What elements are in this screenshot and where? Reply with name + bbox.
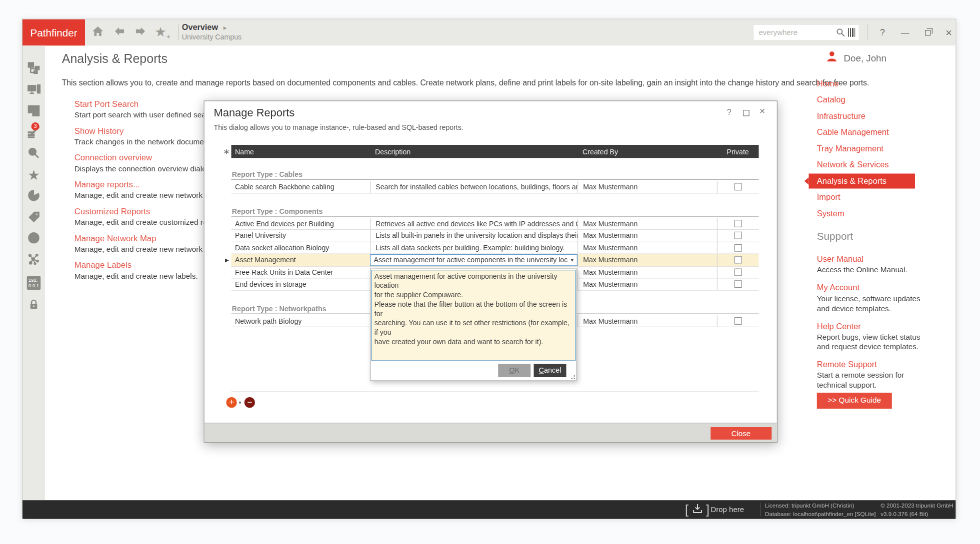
editor-cancel-button[interactable]: Cancel — [534, 364, 566, 377]
quick-link-label[interactable]: Connection overview — [74, 153, 226, 162]
help-button[interactable]: ? — [872, 19, 892, 46]
quick-link-label[interactable]: Start Port Search — [74, 99, 226, 109]
statistics-button[interactable] — [22, 187, 45, 206]
history-button[interactable] — [22, 230, 45, 249]
description-editor-textarea[interactable]: Asset management for active components i… — [372, 270, 576, 361]
add-favorite-button[interactable]: ★+ — [150, 19, 175, 46]
nav-item[interactable]: Tray Management — [809, 140, 916, 157]
restore-button[interactable] — [918, 19, 938, 46]
quick-link-label[interactable]: Manage Network Map — [74, 234, 226, 243]
report-created-by: Max Mustermann — [578, 218, 717, 229]
drop-download-icon — [688, 504, 706, 516]
barcode-scan-icon[interactable] — [848, 28, 856, 37]
quick-link-label[interactable]: Manage Labels — [74, 260, 226, 270]
minimize-button[interactable]: — — [895, 19, 915, 46]
main-nav: HomeCatalogInfrastructureCable Managemen… — [809, 75, 916, 222]
report-private-cell — [717, 315, 759, 327]
table-bottom-border — [232, 392, 759, 392]
forward-button[interactable] — [130, 19, 151, 46]
quick-guide-button[interactable]: >> Quick Guide — [817, 393, 892, 408]
labels-button[interactable] — [22, 209, 45, 228]
dialog-help-button[interactable]: ? — [727, 107, 732, 117]
column-private[interactable]: Private — [717, 148, 759, 155]
description-editor-combo[interactable]: Asset management for active components i… — [370, 254, 578, 266]
private-checkbox[interactable] — [734, 244, 742, 251]
report-row[interactable]: Active End devices per BuildingRetrieves… — [232, 218, 759, 230]
floorplan-button[interactable] — [22, 102, 45, 121]
quick-link-label[interactable]: Customized Reports — [74, 207, 226, 216]
column-created-by[interactable]: Created By — [578, 148, 717, 155]
remove-report-button[interactable]: − — [244, 397, 255, 408]
report-row[interactable]: Data socket allocation BiologyLists all … — [232, 242, 759, 254]
add-report-button[interactable]: + — [226, 397, 237, 408]
report-row[interactable]: Panel UniversityLists all built-in panel… — [232, 230, 759, 242]
nav-item[interactable]: Import — [809, 189, 916, 206]
resize-grip-icon[interactable] — [570, 374, 575, 379]
nav-item[interactable]: Catalog — [809, 92, 916, 108]
report-private-cell — [717, 254, 759, 266]
editor-ok-button[interactable]: OK — [498, 364, 530, 377]
support-link-label[interactable]: User Manual — [817, 254, 930, 264]
breadcrumb-primary: Overview — [182, 22, 218, 32]
private-checkbox[interactable] — [734, 220, 742, 227]
dialog-subtitle: This dialog allows you to manage instanc… — [214, 124, 464, 131]
quick-link-label[interactable]: Show History — [74, 126, 226, 136]
rail-search-button[interactable] — [22, 145, 45, 164]
column-description[interactable]: Description — [370, 148, 578, 155]
private-checkbox[interactable] — [734, 256, 742, 264]
dialog-close-icon-button[interactable]: × — [760, 105, 766, 117]
nav-item[interactable]: Home — [809, 75, 916, 92]
quick-link-desc: Manage, edit and create customized rep — [74, 218, 226, 227]
search-icon[interactable] — [836, 28, 846, 39]
workstation-icon — [27, 84, 40, 97]
quick-link-label[interactable]: Manage reports... — [74, 180, 226, 189]
column-name[interactable]: Name — [232, 148, 370, 155]
dialog-close-button[interactable]: Close — [710, 427, 771, 440]
back-button[interactable] — [109, 19, 130, 46]
quick-link-item: Connection overview Displays the connect… — [74, 153, 226, 173]
lock-icon — [28, 298, 40, 313]
nav-item-label: Analysis & Reports — [817, 176, 886, 186]
security-button[interactable] — [22, 296, 45, 315]
breadcrumb[interactable]: Overview ▸ University Campus — [182, 22, 242, 40]
user-row[interactable]: Doe, John — [826, 50, 886, 65]
private-checkbox[interactable] — [734, 268, 742, 276]
report-name: Active End devices per Building — [232, 218, 370, 229]
nav-item[interactable]: Network & Services — [809, 157, 916, 173]
private-checkbox[interactable] — [734, 232, 742, 239]
support-link-item: User Manual Access the Online Manual. — [817, 254, 930, 275]
star-plus-icon: ★+ — [154, 25, 170, 40]
nav-item[interactable]: Analysis & Reports — [809, 174, 916, 189]
workstation-button[interactable] — [22, 81, 45, 100]
report-row[interactable]: ▶Asset ManagementAsset management for ac… — [232, 254, 759, 266]
support-link-label[interactable]: Remote Support — [817, 360, 930, 369]
home-button[interactable] — [87, 19, 108, 46]
nav-item[interactable]: Cable Management — [809, 124, 916, 141]
private-checkbox[interactable] — [734, 317, 742, 325]
nav-item-label: Infrastructure — [817, 111, 866, 121]
report-row[interactable]: Cable search Backbone cablingSearch for … — [232, 181, 759, 193]
favorites-button[interactable]: ★ — [22, 166, 45, 185]
ip-management-button[interactable]: 192.0.0.1 — [22, 274, 45, 293]
table-options-icon[interactable]: ∗ — [223, 147, 230, 156]
nav-item[interactable]: Infrastructure — [809, 108, 916, 124]
dialog-title: Manage Reports — [214, 106, 295, 119]
titlebar-separator — [178, 24, 178, 41]
support-link-label[interactable]: My Account — [817, 283, 930, 292]
private-checkbox[interactable] — [734, 281, 742, 288]
pending-tasks-button[interactable]: 3 — [22, 124, 45, 143]
app-window: Pathfinder ★+ — [22, 19, 956, 519]
drop-here-target[interactable]: [ ] Drop here — [685, 500, 744, 519]
nav-item[interactable]: System — [809, 205, 916, 222]
network-documentation-button[interactable] — [22, 60, 45, 79]
support-title: Support — [817, 230, 853, 242]
report-group-label: Report Type : Cables — [232, 170, 759, 180]
network-map-button[interactable] — [22, 251, 45, 270]
add-report-dropdown-icon[interactable]: ▾ — [239, 400, 242, 405]
dialog-maximize-button[interactable] — [743, 110, 750, 116]
private-checkbox[interactable] — [734, 183, 742, 191]
support-link-label[interactable]: Help Center — [817, 321, 930, 331]
nav-item-label: Tray Management — [817, 144, 884, 153]
breadcrumb-secondary: University Campus — [182, 33, 242, 40]
close-window-button[interactable]: × — [939, 19, 959, 46]
